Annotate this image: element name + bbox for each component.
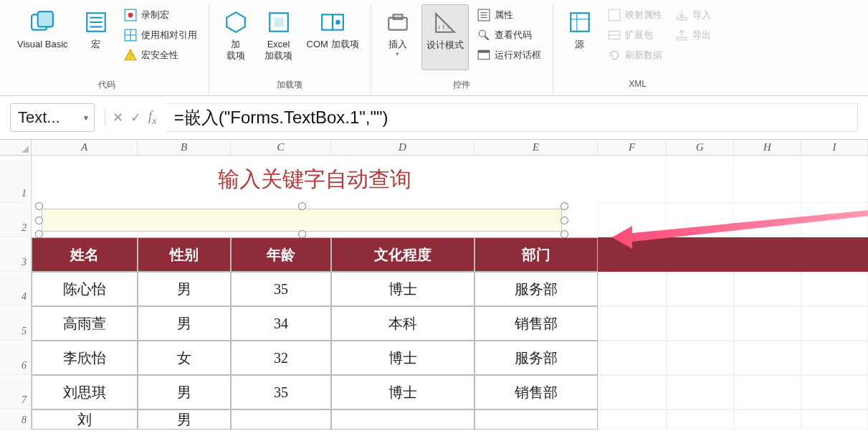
cell[interactable] xyxy=(598,409,667,430)
macros-button[interactable]: 宏 xyxy=(77,4,115,70)
resize-handle[interactable] xyxy=(561,217,568,224)
table-cell[interactable]: 男 xyxy=(138,409,231,430)
cell[interactable] xyxy=(667,306,734,341)
table-cell[interactable]: 男 xyxy=(138,306,231,341)
cell[interactable] xyxy=(598,203,667,237)
resize-handle[interactable] xyxy=(35,202,43,210)
source-button[interactable]: 源 xyxy=(561,4,599,70)
resize-handle[interactable] xyxy=(298,202,306,210)
row-header[interactable]: 1 xyxy=(0,156,32,203)
confirm-icon[interactable]: ✓ xyxy=(130,110,141,125)
col-header[interactable]: C xyxy=(231,140,331,155)
table-cell[interactable] xyxy=(231,409,331,430)
table-cell[interactable]: 服务部 xyxy=(474,272,598,306)
table-cell[interactable]: 博士 xyxy=(331,272,474,306)
cell[interactable] xyxy=(667,409,734,430)
table-header-cell[interactable]: 性别 xyxy=(138,237,231,272)
cell[interactable] xyxy=(734,375,801,409)
table-cell[interactable]: 博士 xyxy=(331,341,474,375)
cell[interactable] xyxy=(734,156,801,203)
resize-handle[interactable] xyxy=(35,217,43,224)
cell[interactable] xyxy=(801,409,868,430)
textbox-body[interactable] xyxy=(42,209,562,232)
cell[interactable] xyxy=(667,375,734,409)
cell[interactable] xyxy=(734,341,801,375)
table-header-cell[interactable]: 姓名 xyxy=(32,237,138,272)
resize-handle[interactable] xyxy=(561,202,568,210)
textbox-control[interactable] xyxy=(39,206,565,234)
chevron-down-icon[interactable]: ▼ xyxy=(82,114,90,122)
fx-icon[interactable]: fx xyxy=(148,109,157,127)
sheet-title[interactable]: 输入关键字自动查询 xyxy=(32,156,598,203)
cancel-icon[interactable]: ✕ xyxy=(113,110,123,125)
table-cell[interactable]: 刘思琪 xyxy=(32,375,138,409)
table-cell[interactable]: 男 xyxy=(138,375,231,409)
table-header-cell[interactable]: 文化程度 xyxy=(331,237,474,272)
table-cell[interactable]: 刘 xyxy=(32,409,138,430)
relative-ref-button[interactable]: 使用相对引用 xyxy=(120,26,201,44)
name-box[interactable]: Text... ▼ xyxy=(10,103,95,132)
row-header[interactable]: 7 xyxy=(0,375,32,409)
table-cell[interactable]: 李欣怡 xyxy=(32,341,138,375)
cell[interactable] xyxy=(598,341,667,375)
table-cell[interactable]: 销售部 xyxy=(474,375,598,409)
cell[interactable] xyxy=(667,272,734,306)
resize-handle[interactable] xyxy=(298,230,306,238)
table-cell[interactable]: 35 xyxy=(231,375,331,409)
cell[interactable] xyxy=(598,237,667,272)
table-header-cell[interactable]: 部门 xyxy=(474,237,598,272)
cell[interactable] xyxy=(734,306,801,341)
table-cell[interactable]: 32 xyxy=(231,341,331,375)
cell[interactable] xyxy=(801,375,868,409)
design-mode-button[interactable]: 设计模式 xyxy=(421,4,469,70)
row-header[interactable]: 8 xyxy=(0,409,32,430)
cell[interactable] xyxy=(734,409,801,430)
cell[interactable] xyxy=(801,341,868,375)
insert-button[interactable]: 插入 ▾ xyxy=(378,4,417,70)
col-header[interactable]: G xyxy=(667,140,734,155)
cell[interactable] xyxy=(734,203,801,237)
select-all-corner[interactable] xyxy=(0,140,32,155)
cell[interactable] xyxy=(801,156,868,203)
cell[interactable] xyxy=(598,375,667,409)
cell[interactable] xyxy=(598,156,667,203)
table-cell[interactable]: 男 xyxy=(138,272,231,306)
col-header[interactable]: A xyxy=(32,140,138,155)
cell[interactable] xyxy=(801,272,868,306)
com-addin-button[interactable]: COM 加载项 xyxy=(302,4,363,70)
row-header[interactable]: 2 xyxy=(0,203,32,237)
cell[interactable] xyxy=(734,272,801,306)
table-header-cell[interactable]: 年龄 xyxy=(231,237,331,272)
cell[interactable] xyxy=(801,237,868,272)
table-cell[interactable]: 高雨萱 xyxy=(32,306,138,341)
col-header[interactable]: H xyxy=(734,140,801,155)
table-cell[interactable]: 34 xyxy=(231,306,331,341)
textbox-host-cell[interactable] xyxy=(32,203,598,237)
record-macro-button[interactable]: 录制宏 xyxy=(120,6,201,24)
cell[interactable] xyxy=(801,306,868,341)
cell[interactable] xyxy=(598,306,667,341)
excel-addin-button[interactable]: Excel 加载项 xyxy=(259,4,298,70)
table-cell[interactable]: 女 xyxy=(138,341,231,375)
table-cell[interactable]: 销售部 xyxy=(474,306,598,341)
cell[interactable] xyxy=(667,156,734,203)
run-dialog-button[interactable]: 运行对话框 xyxy=(473,46,545,65)
table-cell[interactable]: 本科 xyxy=(331,306,474,341)
cell[interactable] xyxy=(667,203,734,237)
col-header[interactable]: F xyxy=(598,140,667,155)
macro-security-button[interactable]: ! 宏安全性 xyxy=(120,46,201,65)
row-header[interactable]: 5 xyxy=(0,306,32,341)
resize-handle[interactable] xyxy=(35,230,43,238)
resize-handle[interactable] xyxy=(561,230,568,238)
view-code-button[interactable]: 查看代码 xyxy=(473,26,545,44)
table-cell[interactable]: 35 xyxy=(231,272,331,306)
formula-input[interactable] xyxy=(167,103,858,132)
col-header[interactable]: D xyxy=(331,140,474,155)
col-header[interactable]: E xyxy=(474,140,598,155)
properties-button[interactable]: 属性 xyxy=(473,6,545,24)
table-cell[interactable]: 博士 xyxy=(331,375,474,409)
table-cell[interactable] xyxy=(331,409,474,430)
addin-button[interactable]: 加 载项 xyxy=(216,4,255,70)
table-cell[interactable]: 陈心怡 xyxy=(32,272,138,306)
row-header[interactable]: 4 xyxy=(0,272,32,306)
